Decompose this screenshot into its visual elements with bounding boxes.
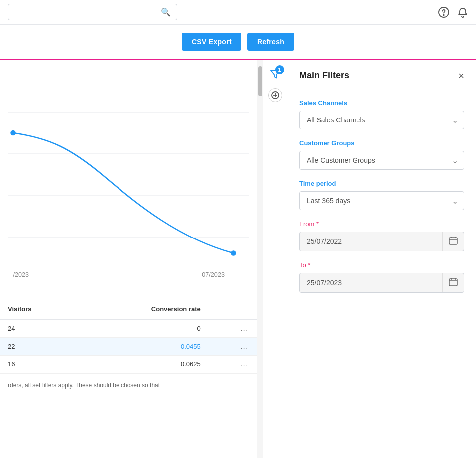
scroll-thumb[interactable]: [258, 66, 262, 96]
svg-point-7: [231, 250, 236, 256]
customer-groups-label: Customer Groups: [299, 139, 464, 147]
top-navigation: 🔍: [0, 0, 476, 25]
from-label: From *: [299, 220, 464, 228]
notification-button[interactable]: [457, 7, 468, 18]
data-table: Visitors Conversion rate 24 0 ... 22 0.0…: [0, 299, 257, 373]
left-panel: /2023 07/2023 Visitors Conversion rate 2…: [0, 60, 257, 458]
to-date-input[interactable]: [300, 274, 442, 292]
row-actions[interactable]: ...: [209, 356, 257, 373]
to-calendar-button[interactable]: [442, 273, 464, 292]
svg-rect-13: [449, 238, 457, 244]
chart-svg: /2023 07/2023: [8, 70, 249, 279]
cell-conversion: 0.0455: [79, 338, 209, 356]
svg-text:07/2023: 07/2023: [202, 271, 225, 278]
sales-channels-group: Sales Channels All Sales Channels ⌄: [299, 99, 464, 129]
table-row: 24 0 ...: [0, 319, 257, 338]
to-date-group: To *: [299, 261, 464, 293]
table-row: 16 0.0625 ...: [0, 356, 257, 373]
row-actions[interactable]: ...: [209, 319, 257, 338]
cell-conversion: 0: [79, 319, 209, 338]
time-period-select[interactable]: Last 365 daysLast 30 daysLast 7 daysCust…: [299, 191, 464, 210]
time-period-group: Time period Last 365 daysLast 30 daysLas…: [299, 180, 464, 210]
customer-groups-wrapper: Alle Customer Groups ⌄: [299, 151, 464, 170]
main-content: /2023 07/2023 Visitors Conversion rate 2…: [0, 60, 476, 458]
filter-badge: 1: [275, 65, 284, 74]
time-period-wrapper: Last 365 daysLast 30 daysLast 7 daysCust…: [299, 191, 464, 210]
from-date-input[interactable]: [300, 233, 442, 250]
cell-visitors: 24: [0, 319, 79, 338]
col-visitors: Visitors: [0, 299, 79, 319]
chart-container: /2023 07/2023: [8, 70, 249, 279]
svg-rect-17: [449, 279, 457, 286]
table-area: Visitors Conversion rate 24 0 ... 22 0.0…: [0, 299, 257, 373]
filter-body: Sales Channels All Sales Channels ⌄ Cust…: [287, 89, 476, 303]
filter-panel: Main Filters × Sales Channels All Sales …: [287, 60, 476, 458]
refresh-button[interactable]: Refresh: [247, 33, 294, 51]
add-button[interactable]: [268, 88, 282, 102]
time-period-label: Time period: [299, 180, 464, 187]
row-actions[interactable]: ...: [209, 338, 257, 356]
filter-icon-area: 1: [263, 60, 287, 458]
search-icon: 🔍: [161, 7, 171, 17]
help-button[interactable]: [438, 7, 449, 18]
search-wrapper[interactable]: 🔍: [8, 4, 177, 20]
csv-export-button[interactable]: CSV Export: [182, 33, 241, 51]
col-conversion: Conversion rate: [79, 299, 209, 319]
filter-button[interactable]: 1: [269, 68, 281, 80]
footer-note: rders, all set filters apply. These shou…: [0, 373, 257, 397]
table-row: 22 0.0455 ...: [0, 338, 257, 356]
svg-point-1: [443, 14, 444, 15]
svg-text:/2023: /2023: [13, 271, 29, 278]
sales-channels-label: Sales Channels: [299, 99, 464, 107]
customer-groups-group: Customer Groups Alle Customer Groups ⌄: [299, 139, 464, 170]
cell-conversion: 0.0625: [79, 356, 209, 373]
scrollbar[interactable]: [257, 60, 263, 458]
sales-channels-select[interactable]: All Sales Channels: [299, 111, 464, 129]
from-calendar-button[interactable]: [442, 232, 464, 251]
filter-title: Main Filters: [299, 70, 349, 81]
to-label: To *: [299, 261, 464, 269]
svg-point-6: [10, 130, 16, 136]
chart-area: /2023 07/2023: [0, 60, 257, 299]
sales-channels-wrapper: All Sales Channels ⌄: [299, 111, 464, 129]
close-filter-button[interactable]: ×: [458, 71, 464, 81]
from-date-group: From *: [299, 220, 464, 251]
to-date-wrapper: [299, 273, 464, 293]
nav-icons: [438, 7, 468, 18]
cell-visitors: 22: [0, 338, 79, 356]
cell-visitors: 16: [0, 356, 79, 373]
search-input[interactable]: [14, 8, 159, 16]
from-date-wrapper: [299, 232, 464, 251]
action-bar: CSV Export Refresh: [0, 25, 476, 60]
filter-header: Main Filters ×: [287, 60, 476, 89]
customer-groups-select[interactable]: Alle Customer Groups: [299, 151, 464, 170]
col-actions: [209, 299, 257, 319]
